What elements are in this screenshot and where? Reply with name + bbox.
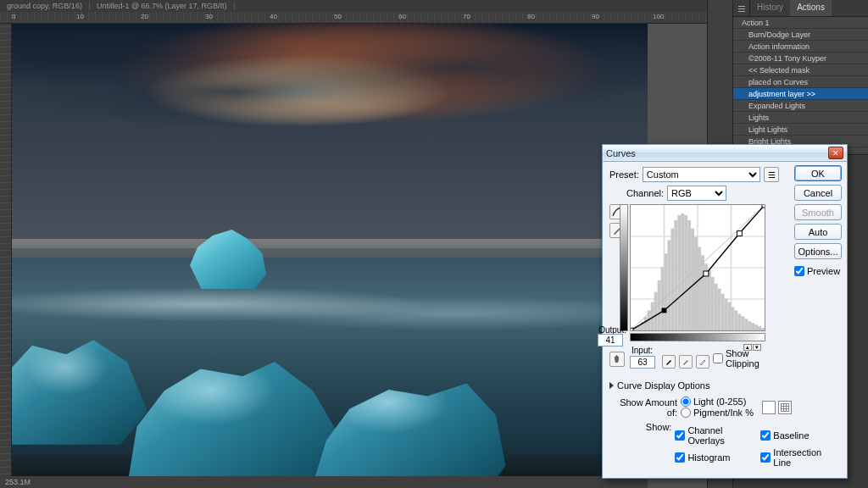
preset-select[interactable]: Custom: [643, 167, 760, 182]
eyedropper-white-icon[interactable]: [696, 355, 709, 369]
pigment-radio[interactable]: Pigment/Ink %: [681, 408, 754, 418]
ruler-tick: 0: [12, 13, 15, 20]
svg-rect-48: [762, 205, 765, 208]
panel-tab-bar: History Actions: [733, 0, 868, 17]
action-item-selected[interactable]: adjustment layer >>: [733, 88, 868, 100]
document-tab[interactable]: Untitled-1 @ 66.7% (Layer 17, RGB/8): [90, 2, 235, 10]
smooth-button[interactable]: Smooth: [794, 204, 842, 220]
photo-content: [12, 24, 648, 476]
grid-fine-icon[interactable]: [778, 401, 792, 414]
svg-rect-46: [704, 271, 709, 276]
action-item[interactable]: ©2008-11 Tony Kuyper: [733, 53, 868, 64]
document-tab-bar: ground copy, RGB/16) Untitled-1 @ 66.7% …: [0, 0, 732, 12]
document-tab[interactable]: ground copy, RGB/16): [0, 2, 90, 10]
input-gradient: [630, 333, 765, 341]
ruler-tick: 10: [76, 13, 84, 20]
channel-select[interactable]: RGB: [667, 186, 726, 201]
action-item[interactable]: Burn/Dodge Layer: [733, 29, 868, 41]
curve-display-options-toggle[interactable]: Curve Display Options: [609, 380, 840, 391]
ruler-tick: 80: [527, 13, 535, 20]
cancel-button[interactable]: Cancel: [794, 185, 842, 201]
ruler-tick: 70: [463, 13, 470, 20]
preview-checkbox[interactable]: Preview: [794, 266, 842, 276]
image-canvas[interactable]: [12, 24, 648, 476]
ruler-tick: 100: [653, 13, 664, 20]
grid-coarse-icon[interactable]: [762, 401, 776, 414]
svg-rect-45: [662, 308, 667, 313]
tab-history[interactable]: History: [750, 0, 790, 16]
svg-rect-47: [737, 231, 742, 236]
tab-actions[interactable]: Actions: [790, 0, 832, 16]
dialog-title: Curves: [606, 148, 828, 158]
hand-tool-icon[interactable]: [609, 352, 625, 367]
histogram-checkbox[interactable]: Histogram: [675, 447, 748, 468]
ruler-tick: 30: [205, 13, 213, 20]
svg-rect-0: [738, 6, 745, 7]
actions-list[interactable]: Action 1 Burn/Dodge Layer Action informa…: [733, 17, 868, 152]
ruler-vertical: [0, 24, 12, 488]
curves-graph[interactable]: ▴▾: [630, 204, 765, 331]
show-clipping-checkbox[interactable]: Show Clipping: [713, 348, 770, 369]
output-gradient: [620, 204, 628, 331]
ruler-tick: 90: [592, 13, 599, 20]
auto-button[interactable]: Auto: [794, 224, 842, 240]
curves-dialog: Curves ✕ OK Cancel Smooth Auto Options..…: [602, 144, 848, 479]
svg-rect-2: [738, 11, 745, 12]
show-amount-label: Show Amount of:: [609, 397, 677, 418]
svg-line-43: [631, 205, 765, 330]
ruler-tick: 40: [270, 13, 277, 20]
action-item[interactable]: Expanded Lights: [733, 100, 868, 112]
output-field[interactable]: [598, 334, 623, 347]
close-icon[interactable]: ✕: [828, 147, 843, 159]
eyedropper-black-icon[interactable]: [662, 355, 676, 369]
action-item[interactable]: Action 1: [733, 17, 868, 29]
ruler-tick: 60: [398, 13, 406, 20]
dialog-titlebar[interactable]: Curves ✕: [603, 145, 847, 162]
input-field[interactable]: [630, 356, 655, 369]
curve-line[interactable]: [631, 205, 765, 330]
input-label: Input:: [632, 346, 653, 355]
channel-overlays-checkbox[interactable]: Channel Overlays: [675, 425, 748, 446]
action-item[interactable]: Action information: [733, 41, 868, 53]
ruler-tick: 20: [141, 13, 148, 20]
eyedropper-group: [662, 355, 709, 369]
light-radio[interactable]: Light (0-255): [681, 396, 754, 407]
disclosure-triangle-icon: [609, 382, 614, 389]
ruler-horizontal: 0 10 20 30 40 50 60 70 80 90 100: [0, 12, 732, 24]
status-zoom: 253.1M: [5, 478, 31, 486]
status-bar: 253.1M: [0, 476, 648, 488]
intersection-checkbox[interactable]: Intersection Line: [760, 447, 840, 468]
baseline-checkbox[interactable]: Baseline: [760, 425, 840, 446]
preset-menu-icon[interactable]: ☰: [764, 167, 779, 182]
ok-button[interactable]: OK: [794, 165, 842, 181]
action-item[interactable]: placed on Curves: [733, 76, 868, 88]
action-item[interactable]: Lights: [733, 112, 868, 124]
eyedropper-gray-icon[interactable]: [679, 355, 693, 369]
show-label: Show:: [609, 422, 671, 432]
action-item[interactable]: << Selected mask: [733, 64, 868, 76]
options-button[interactable]: Options...: [794, 243, 842, 259]
panel-menu-icon[interactable]: [733, 0, 750, 16]
preset-label: Preset:: [609, 169, 639, 180]
ruler-tick: 50: [334, 13, 342, 20]
svg-rect-1: [738, 8, 745, 9]
action-item[interactable]: Light Lights: [733, 124, 868, 136]
svg-rect-44: [631, 328, 633, 330]
channel-label: Channel:: [626, 188, 664, 198]
